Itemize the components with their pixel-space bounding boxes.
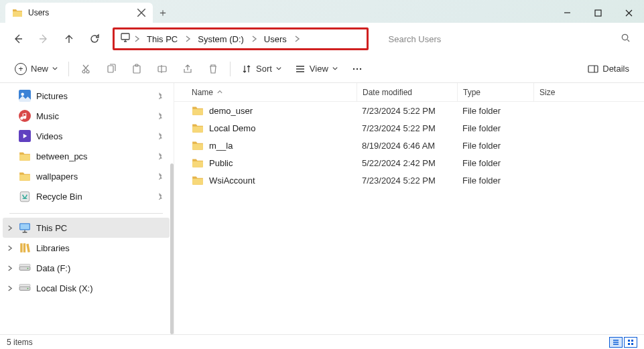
column-name[interactable]: Name	[192, 88, 357, 97]
chevron-down-icon	[276, 66, 281, 72]
sidebar-item-label: This PC	[36, 223, 67, 233]
sidebar-item-label: between_pcs	[36, 151, 88, 161]
folder-icon	[192, 157, 204, 169]
chevron-up-icon	[217, 88, 228, 97]
new-button[interactable]: + New	[9, 59, 63, 79]
plus-icon: +	[15, 63, 27, 75]
breadcrumb-item[interactable]: Users	[260, 33, 291, 46]
view-thumbnails-toggle[interactable]	[624, 337, 637, 348]
pin-icon	[155, 151, 163, 161]
file-type: File folder	[457, 106, 533, 116]
file-date: 7/23/2024 5:22 PM	[357, 106, 457, 116]
search-input[interactable]	[389, 34, 630, 44]
folder-icon	[192, 139, 204, 151]
table-row[interactable]: Local Demo 7/23/2024 5:22 PM File folder	[174, 119, 644, 137]
search-box[interactable]	[381, 27, 638, 50]
view-button[interactable]: View	[289, 59, 343, 79]
sort-label: Sort	[256, 64, 272, 74]
forward-button[interactable]	[32, 27, 55, 50]
more-button[interactable]	[346, 59, 369, 79]
paste-button[interactable]	[125, 59, 148, 79]
file-name: Public	[209, 158, 233, 168]
pictures-icon	[19, 90, 31, 102]
sidebar-item[interactable]: Pictures	[3, 86, 170, 106]
more-icon	[352, 64, 363, 74]
share-button[interactable]	[176, 59, 199, 79]
table-row[interactable]: WsiAccount 7/23/2024 5:22 PM File folder	[174, 171, 644, 189]
breadcrumb-item[interactable]: System (D:)	[194, 33, 248, 46]
sidebar-item[interactable]: wallpapers	[3, 166, 170, 186]
folder-icon	[192, 122, 204, 134]
table-row[interactable]: m__la 8/19/2024 6:46 AM File folder	[174, 137, 644, 154]
sort-icon	[241, 64, 252, 74]
sidebar-tree-item[interactable]: This PC	[3, 218, 170, 238]
copy-icon	[106, 64, 117, 74]
column-date[interactable]: Date modified	[357, 83, 457, 101]
rename-icon	[157, 64, 168, 74]
sort-button[interactable]: Sort	[236, 59, 287, 79]
sidebar-tree-item[interactable]: Libraries	[3, 238, 170, 258]
toolbar: + New Sort View Details	[0, 55, 644, 83]
share-icon	[182, 64, 193, 74]
view-details-toggle[interactable]	[609, 337, 623, 348]
new-tab-button[interactable]: ＋	[153, 3, 173, 23]
address-bar: This PC System (D:) Users	[0, 23, 644, 55]
back-button[interactable]	[7, 27, 29, 50]
file-date: 8/19/2024 6:46 AM	[357, 141, 457, 151]
sidebar-item[interactable]: between_pcs	[3, 146, 170, 166]
sidebar-item[interactable]: Videos	[3, 126, 170, 146]
recycle-icon	[19, 190, 31, 202]
videos-icon	[19, 130, 31, 142]
file-type: File folder	[457, 176, 533, 186]
sidebar-tree-item[interactable]: Local Disk (X:)	[3, 278, 170, 298]
up-button[interactable]	[58, 27, 80, 50]
chevron-right-icon[interactable]	[251, 33, 257, 45]
folder-icon	[192, 104, 204, 117]
tab-current[interactable]: Users	[5, 3, 153, 23]
maximize-button[interactable]	[582, 3, 613, 23]
tab-title: Users	[28, 8, 131, 17]
folder-icon	[192, 174, 204, 186]
view-icon	[295, 64, 306, 74]
libraries-icon	[19, 242, 31, 254]
breadcrumb[interactable]: This PC System (D:) Users	[113, 27, 369, 50]
column-size[interactable]: Size	[533, 83, 644, 101]
details-button[interactable]: Details	[582, 59, 635, 79]
refresh-button[interactable]	[83, 27, 106, 50]
status-bar: 5 items	[0, 334, 644, 349]
chevron-right-icon[interactable]	[184, 33, 191, 45]
copy-button[interactable]	[100, 59, 123, 79]
folder-icon	[12, 7, 23, 18]
column-type[interactable]: Type	[457, 83, 533, 101]
sidebar-item-label: Libraries	[36, 243, 70, 253]
table-row[interactable]: demo_user 7/23/2024 5:22 PM File folder	[174, 102, 644, 119]
folder-icon	[19, 150, 31, 162]
breadcrumb-item[interactable]: This PC	[143, 33, 182, 46]
cut-button[interactable]	[74, 59, 97, 79]
table-row[interactable]: Public 5/22/2024 2:42 PM File folder	[174, 154, 644, 171]
chevron-right-icon[interactable]	[7, 283, 13, 293]
pin-icon	[155, 91, 163, 101]
sidebar-item-label: Videos	[36, 131, 63, 141]
sidebar-tree-item[interactable]: Data (F:)	[3, 258, 170, 278]
paste-icon	[131, 64, 142, 74]
chevron-right-icon[interactable]	[133, 33, 140, 45]
chevron-right-icon[interactable]	[7, 243, 13, 253]
pin-icon	[155, 111, 163, 121]
chevron-right-icon[interactable]	[294, 33, 300, 45]
cut-icon	[80, 64, 91, 74]
trash-icon	[208, 64, 218, 74]
titlebar: Users ＋	[0, 0, 644, 23]
file-date: 7/23/2024 5:22 PM	[357, 123, 457, 133]
minimize-button[interactable]	[552, 3, 582, 23]
delete-button[interactable]	[202, 59, 224, 79]
sidebar-item[interactable]: Recycle Bin	[3, 186, 170, 206]
rename-button[interactable]	[151, 59, 174, 79]
file-date: 7/23/2024 5:22 PM	[357, 176, 457, 186]
chevron-right-icon[interactable]	[7, 223, 13, 233]
tab-close-button[interactable]	[137, 8, 146, 17]
chevron-right-icon[interactable]	[7, 263, 13, 273]
scrollbar[interactable]	[170, 163, 174, 334]
sidebar-item[interactable]: Music	[3, 106, 170, 126]
close-window-button[interactable]	[613, 3, 644, 23]
